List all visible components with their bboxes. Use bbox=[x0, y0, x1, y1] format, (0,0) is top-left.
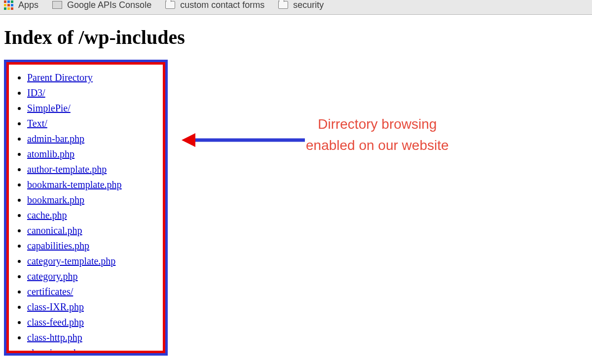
annotation-line-2: enabled on our website bbox=[306, 135, 449, 156]
page-icon bbox=[52, 1, 62, 9]
annotation-line-1: Dirrectory browsing bbox=[306, 113, 449, 135]
list-item: atomlib.php bbox=[27, 146, 156, 162]
list-item: class-json.php bbox=[27, 345, 156, 356]
list-item: bookmark-template.php bbox=[27, 177, 156, 192]
page-title: Index of /wp-includes bbox=[4, 26, 588, 49]
directory-link[interactable]: category-template.php bbox=[27, 255, 115, 266]
bookmark-label: custom contact forms bbox=[180, 0, 264, 10]
folder-icon bbox=[165, 1, 175, 9]
bookmark-apps[interactable]: Apps bbox=[4, 0, 38, 10]
directory-link[interactable]: class-feed.php bbox=[27, 317, 84, 328]
annotation-text: Dirrectory browsing enabled on our websi… bbox=[306, 113, 449, 156]
directory-link[interactable]: SimplePie/ bbox=[27, 103, 71, 113]
directory-link[interactable]: capabilities.php bbox=[27, 240, 89, 251]
list-item: class-feed.php bbox=[27, 315, 156, 330]
directory-link[interactable]: author-template.php bbox=[27, 164, 107, 175]
bookmark-label: security bbox=[293, 0, 324, 10]
directory-link[interactable]: category.php bbox=[27, 271, 78, 282]
list-item: category-template.php bbox=[27, 254, 156, 269]
list-item: class-http.php bbox=[27, 330, 156, 345]
list-item: certificates/ bbox=[27, 284, 156, 299]
list-item: ID3/ bbox=[27, 85, 156, 101]
list-item: canonical.php bbox=[27, 223, 156, 238]
page-content: Index of /wp-includes Parent DirectoryID… bbox=[0, 15, 592, 360]
directory-link[interactable]: cache.php bbox=[27, 210, 67, 220]
directory-link[interactable]: certificates/ bbox=[27, 286, 73, 297]
bookmark-google-apis[interactable]: Google APIs Console bbox=[52, 0, 151, 10]
list-item: bookmark.php bbox=[27, 192, 156, 208]
list-item: capabilities.php bbox=[27, 238, 156, 254]
directory-listing-box: Parent DirectoryID3/SimplePie/Text/admin… bbox=[4, 60, 168, 356]
list-item: author-template.php bbox=[27, 162, 156, 177]
bookmark-custom-contact-forms[interactable]: custom contact forms bbox=[165, 0, 264, 10]
directory-link[interactable]: ID3/ bbox=[27, 87, 45, 98]
directory-link[interactable]: atomlib.php bbox=[27, 148, 74, 159]
directory-link[interactable]: admin-bar.php bbox=[27, 133, 84, 144]
list-item: admin-bar.php bbox=[27, 131, 156, 146]
directory-link[interactable]: Parent Directory bbox=[27, 72, 93, 83]
list-item: class-IXR.php bbox=[27, 299, 156, 315]
svg-marker-1 bbox=[182, 133, 195, 147]
directory-link[interactable]: canonical.php bbox=[27, 225, 82, 236]
list-item: SimplePie/ bbox=[27, 101, 156, 116]
bookmark-bar: Apps Google APIs Console custom contact … bbox=[0, 0, 592, 15]
directory-link[interactable]: Text/ bbox=[27, 118, 47, 129]
directory-link[interactable]: class-http.php bbox=[27, 332, 82, 343]
list-item: Text/ bbox=[27, 116, 156, 131]
directory-link[interactable]: class-json.php bbox=[27, 347, 83, 356]
directory-link[interactable]: bookmark-template.php bbox=[27, 179, 122, 190]
directory-listing: Parent DirectoryID3/SimplePie/Text/admin… bbox=[15, 70, 156, 356]
bookmark-label: Google APIs Console bbox=[67, 0, 151, 10]
list-item: cache.php bbox=[27, 208, 156, 223]
annotation-arrow-icon bbox=[182, 131, 305, 149]
folder-icon bbox=[278, 1, 288, 9]
apps-grid-icon bbox=[4, 0, 13, 10]
directory-link[interactable]: bookmark.php bbox=[27, 194, 84, 205]
bookmark-security[interactable]: security bbox=[278, 0, 324, 10]
bookmark-apps-label: Apps bbox=[18, 0, 38, 10]
directory-link[interactable]: class-IXR.php bbox=[27, 301, 84, 312]
list-item: category.php bbox=[27, 269, 156, 284]
list-item: Parent Directory bbox=[27, 70, 156, 85]
